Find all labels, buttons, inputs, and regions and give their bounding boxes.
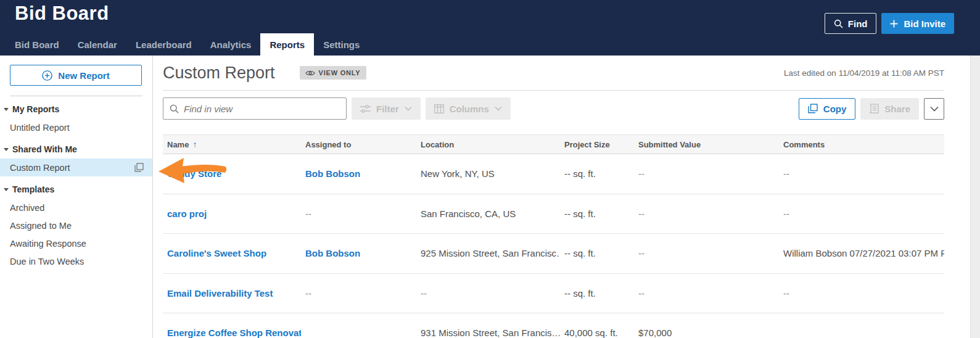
filter-button-label: Filter bbox=[376, 104, 399, 114]
more-actions-button[interactable] bbox=[924, 98, 944, 120]
sidebar-item-label: Archived bbox=[10, 203, 44, 213]
columns-button[interactable]: Columns bbox=[426, 97, 511, 120]
sidebar-item-label: Assigned to Me bbox=[10, 221, 72, 231]
location-cell: -- bbox=[416, 288, 560, 299]
tab-reports[interactable]: Reports bbox=[260, 33, 314, 56]
tab-analytics[interactable]: Analytics bbox=[201, 33, 261, 56]
copy-icon bbox=[808, 104, 818, 113]
comments-cell: William Bobson 07/27/2021 03:07 PM PDT bbox=[779, 248, 944, 258]
share-org-icon bbox=[869, 104, 879, 113]
new-report-button-label: New Report bbox=[58, 70, 109, 81]
title-row: Custom Report VIEW ONLY Last edited on 1… bbox=[163, 56, 944, 91]
submitted-value-cell: -- bbox=[634, 168, 779, 179]
project-name-link[interactable]: Energize Coffee Shop Renovati… bbox=[163, 328, 301, 338]
columns-grid-icon bbox=[434, 104, 444, 113]
sidebar-item-awaiting-response[interactable]: Awaiting Response bbox=[0, 234, 152, 252]
sidebar-item-custom-report[interactable]: Custom Report bbox=[0, 159, 152, 176]
location-cell: San Francisco, CA, US bbox=[416, 208, 560, 219]
bid-invite-button[interactable]: Bid Invite bbox=[881, 13, 954, 34]
table-row[interactable]: Email Deliverability Test -- -- -- sq. f… bbox=[163, 274, 944, 314]
chevron-down-icon bbox=[4, 188, 9, 191]
table-row[interactable]: caro proj -- San Francisco, CA, US -- sq… bbox=[163, 194, 944, 234]
assigned-to-cell: -- bbox=[301, 288, 416, 299]
table-row[interactable]: Energize Coffee Shop Renovati… 931 Missi… bbox=[163, 313, 944, 338]
comments-cell: -- bbox=[779, 288, 944, 299]
project-size-cell: -- sq. ft. bbox=[560, 208, 634, 219]
table-row[interactable]: Candy Store Bob Bobson New York, NY, US … bbox=[163, 154, 944, 194]
section-templates[interactable]: Templates bbox=[0, 180, 152, 199]
column-header-name[interactable]: Name ↑ bbox=[163, 139, 301, 149]
chevron-down-icon bbox=[495, 106, 502, 111]
search-icon bbox=[834, 19, 843, 28]
copy-button-label: Copy bbox=[823, 104, 847, 114]
location-cell: New York, NY, US bbox=[416, 168, 560, 179]
chevron-down-icon bbox=[930, 106, 939, 112]
sidebar-divider bbox=[10, 96, 142, 96]
find-button-label: Find bbox=[848, 19, 868, 29]
section-shared-with-me[interactable]: Shared With Me bbox=[0, 140, 152, 159]
tab-bid-board[interactable]: Bid Board bbox=[6, 33, 68, 56]
find-in-view-input[interactable] bbox=[184, 104, 340, 114]
table-row[interactable]: Caroline's Sweet Shop Bob Bobson 925 Mis… bbox=[163, 234, 944, 274]
report-table: Name ↑ Assigned to Location Project Size… bbox=[163, 134, 944, 338]
project-name-link[interactable]: caro proj bbox=[163, 208, 301, 219]
sidebar-item-untitled-report[interactable]: Untitled Report bbox=[0, 118, 152, 136]
column-header-submitted-value[interactable]: Submitted Value bbox=[634, 140, 779, 149]
find-in-view-search[interactable] bbox=[163, 97, 347, 120]
project-size-cell: -- sq. ft. bbox=[560, 248, 634, 258]
assigned-to-link[interactable]: Bob Bobson bbox=[301, 248, 416, 258]
submitted-value-cell: $70,000 bbox=[634, 328, 779, 338]
tab-settings[interactable]: Settings bbox=[314, 33, 369, 56]
view-only-badge: VIEW ONLY bbox=[300, 66, 366, 80]
toolbar: Filter Columns bbox=[163, 97, 944, 120]
filter-button[interactable]: Filter bbox=[352, 97, 421, 120]
copy-icon[interactable] bbox=[134, 163, 144, 172]
toolbar-right: Copy Share bbox=[799, 98, 944, 120]
vertical-scrollbar[interactable] bbox=[970, 56, 980, 338]
bid-invite-button-label: Bid Invite bbox=[904, 19, 945, 29]
view-only-badge-label: VIEW ONLY bbox=[319, 69, 361, 76]
location-cell: 931 Mission Street, San Francis… bbox=[416, 328, 560, 338]
sidebar-item-due-in-two-weeks[interactable]: Due in Two Weeks bbox=[0, 252, 152, 270]
app-title: Bid Board bbox=[15, 2, 109, 25]
project-name-link[interactable]: Caroline's Sweet Shop bbox=[163, 248, 301, 258]
sidebar-item-assigned-to-me[interactable]: Assigned to Me bbox=[0, 216, 152, 234]
sidebar-item-label: Due in Two Weeks bbox=[10, 257, 84, 266]
copy-button[interactable]: Copy bbox=[799, 98, 856, 120]
submitted-value-cell: -- bbox=[634, 248, 779, 258]
filter-sliders-icon bbox=[360, 104, 371, 113]
location-cell: 925 Mission Street, San Francisc… bbox=[416, 248, 560, 258]
sidebar-item-label: Awaiting Response bbox=[10, 239, 86, 249]
header-actions: Find Bid Invite bbox=[825, 13, 954, 34]
sort-ascending-icon: ↑ bbox=[192, 139, 197, 149]
column-header-location[interactable]: Location bbox=[416, 140, 560, 149]
column-header-comments[interactable]: Comments bbox=[779, 140, 944, 149]
circle-plus-icon bbox=[42, 70, 52, 81]
project-size-cell: -- sq. ft. bbox=[560, 288, 634, 299]
section-templates-label: Templates bbox=[12, 184, 54, 194]
column-header-project-size[interactable]: Project Size bbox=[560, 140, 634, 149]
share-button[interactable]: Share bbox=[860, 98, 919, 120]
assigned-to-link[interactable]: Bob Bobson bbox=[301, 168, 416, 179]
submitted-value-cell: -- bbox=[634, 288, 779, 299]
sidebar-item-label: Untitled Report bbox=[10, 123, 70, 133]
main-content: Custom Report VIEW ONLY Last edited on 1… bbox=[163, 56, 944, 338]
column-header-assigned-to[interactable]: Assigned to bbox=[301, 140, 416, 149]
tab-calendar[interactable]: Calendar bbox=[68, 33, 126, 56]
section-my-reports[interactable]: My Reports bbox=[0, 100, 152, 118]
nav-tabs: Bid Board Calendar Leaderboard Analytics… bbox=[6, 33, 369, 56]
sidebar-item-label: Custom Report bbox=[10, 163, 70, 173]
comments-cell: -- bbox=[779, 168, 944, 179]
chevron-down-icon bbox=[4, 108, 9, 111]
tab-leaderboard[interactable]: Leaderboard bbox=[126, 33, 201, 56]
new-report-button[interactable]: New Report bbox=[10, 65, 142, 86]
last-edited-text: Last edited on 11/04/2019 at 11:08 AM PS… bbox=[784, 68, 944, 78]
page-title: Custom Report bbox=[163, 64, 275, 83]
project-name-link[interactable]: Email Deliverability Test bbox=[163, 288, 301, 299]
find-button[interactable]: Find bbox=[825, 13, 877, 34]
project-size-cell: -- sq. ft. bbox=[560, 168, 634, 179]
sidebar-item-archived[interactable]: Archived bbox=[0, 199, 152, 216]
section-my-reports-label: My Reports bbox=[12, 104, 59, 114]
chevron-down-icon bbox=[405, 106, 412, 111]
sidebar: New Report My Reports Untitled Report Sh… bbox=[0, 56, 153, 338]
